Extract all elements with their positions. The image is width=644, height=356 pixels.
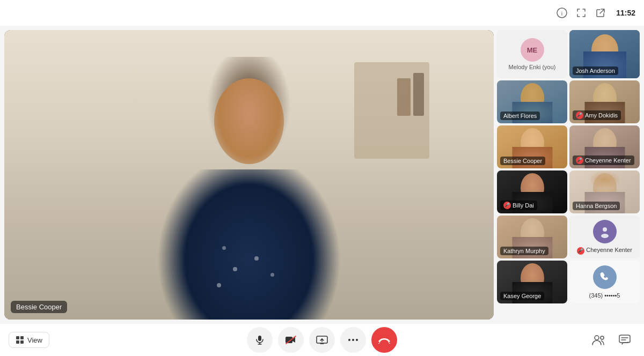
row-3: Bessie Cooper 🎤 Cheyenne Kenter: [497, 125, 640, 168]
participant-tile-albert[interactable]: Albert Flores: [497, 80, 567, 123]
participant-name-hanna: Hanna Bergson: [573, 202, 620, 210]
svg-point-19: [601, 336, 604, 339]
main-content: Bessie Cooper ME Melody Enki (you) Josh …: [0, 26, 644, 324]
clock: 11:52: [616, 9, 635, 17]
svg-point-18: [595, 336, 599, 340]
mute-icon-amy: 🎤: [576, 112, 583, 119]
mute-icon-billy: 🎤: [503, 202, 511, 209]
camera-button[interactable]: [278, 327, 304, 353]
participant-name-cheyenne2: 🎤 Cheyenne Kenter: [577, 247, 632, 255]
phone-avatar: [593, 265, 617, 289]
svg-point-2: [603, 227, 607, 232]
participant-name-kathryn: Kathryn Murphy: [500, 247, 548, 255]
svg-point-3: [601, 234, 609, 238]
participant-tile-kasey[interactable]: Kasey George: [497, 261, 567, 303]
more-button[interactable]: [340, 327, 366, 353]
main-video-speaker-label: Bessie Cooper: [11, 301, 67, 313]
svg-point-15: [348, 339, 350, 341]
view-button[interactable]: View: [9, 332, 49, 348]
end-call-icon: [378, 336, 391, 344]
participant-name-billy: 🎤 Billy Dai: [500, 201, 537, 210]
mute-icon-cheyenne: 🎤: [576, 157, 583, 164]
view-label: View: [27, 336, 42, 344]
participants-icon: [592, 334, 606, 346]
screen-share-icon: [316, 335, 328, 345]
participant-tile-cheyenne[interactable]: 🎤 Cheyenne Kenter: [569, 125, 640, 168]
participant-name-kasey: Kasey George: [500, 292, 544, 300]
svg-rect-4: [16, 336, 19, 339]
expand-icon[interactable]: [575, 7, 587, 19]
participant-name-josh: Josh Anderson: [573, 66, 618, 75]
participant-tile-bessie[interactable]: Bessie Cooper: [497, 125, 567, 168]
mic-button[interactable]: [247, 327, 273, 353]
svg-rect-8: [258, 336, 261, 341]
toolbar-right: [588, 329, 635, 351]
camera-icon: [285, 335, 297, 345]
toolbar: View: [0, 324, 644, 356]
toolbar-center: [245, 327, 399, 353]
header: i 11:52: [0, 0, 644, 26]
me-avatar: ME: [521, 38, 544, 62]
participant-name-bessie: Bessie Cooper: [500, 157, 545, 165]
main-video-area: Bessie Cooper: [4, 30, 494, 320]
participants-button[interactable]: [588, 329, 610, 351]
svg-rect-5: [20, 336, 24, 339]
participant-tile-billy[interactable]: 🎤 Billy Dai: [497, 170, 567, 213]
row-2: Albert Flores 🎤 Amy Dokidis: [497, 80, 640, 123]
participant-tile-amy[interactable]: 🎤 Amy Dokidis: [569, 80, 640, 123]
participants-sidebar: ME Melody Enki (you) Josh Anderson A: [494, 26, 644, 324]
main-video: [4, 30, 494, 320]
external-link-icon[interactable]: [595, 7, 606, 19]
view-grid-icon: [16, 336, 24, 344]
row-1: ME Melody Enki (you) Josh Anderson: [497, 30, 640, 78]
end-call-button[interactable]: [371, 327, 397, 353]
participant-tile-hanna[interactable]: Hanna Bergson: [569, 170, 640, 213]
header-icons: i 11:52: [556, 7, 635, 19]
participant-tile-phone[interactable]: (345) ••••••5: [569, 261, 640, 303]
me-label: Melody Enki (you): [508, 64, 555, 70]
svg-rect-6: [16, 340, 19, 344]
phone-number: (345) ••••••5: [589, 292, 620, 299]
chat-button[interactable]: [614, 329, 635, 351]
svg-point-17: [356, 339, 358, 341]
svg-rect-20: [619, 335, 630, 343]
participant-name-albert: Albert Flores: [500, 112, 540, 120]
toolbar-left: View: [9, 332, 49, 348]
row-4: 🎤 Billy Dai Hanna Bergson: [497, 170, 640, 213]
row-5: Kathryn Murphy 🎤 Cheyenne Kenter: [497, 216, 640, 258]
cheyenne2-avatar: [593, 220, 617, 243]
screen-share-button[interactable]: [309, 327, 335, 353]
mic-icon: [254, 335, 265, 345]
svg-text:i: i: [561, 10, 562, 17]
participant-name-amy: 🎤 Amy Dokidis: [573, 110, 621, 120]
participant-tile-cheyenne2[interactable]: 🎤 Cheyenne Kenter: [569, 216, 640, 258]
participant-tile-kathryn[interactable]: Kathryn Murphy: [497, 216, 567, 258]
svg-rect-7: [20, 340, 24, 344]
svg-point-16: [352, 339, 354, 341]
info-icon[interactable]: i: [556, 7, 568, 19]
chat-icon: [618, 334, 631, 346]
row-6: Kasey George (345) ••••••5: [497, 261, 640, 303]
more-icon: [348, 338, 358, 342]
mute-icon-cheyenne2: 🎤: [577, 247, 584, 255]
participant-tile-me[interactable]: ME Melody Enki (you): [497, 30, 567, 78]
participant-name-cheyenne: 🎤 Cheyenne Kenter: [573, 155, 634, 165]
participant-tile-josh[interactable]: Josh Anderson: [569, 30, 640, 78]
